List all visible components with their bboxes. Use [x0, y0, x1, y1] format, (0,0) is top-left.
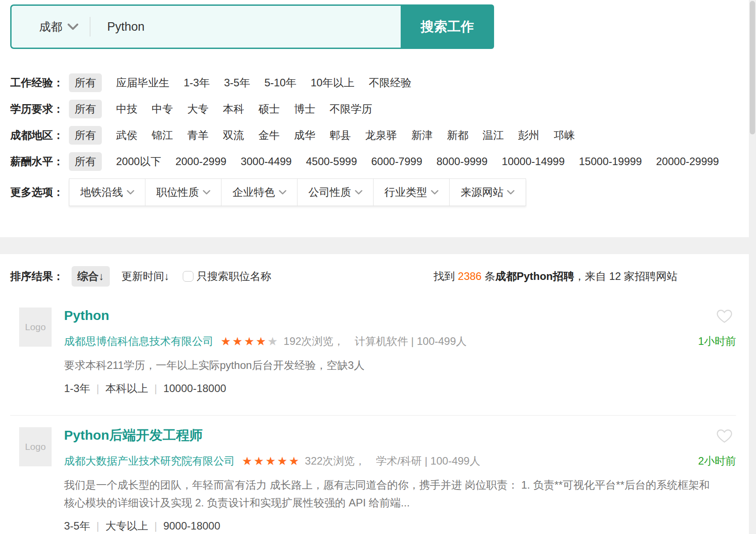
salary-range: 10000-18000 [163, 382, 226, 395]
filter-option[interactable]: 博士 [294, 102, 315, 116]
search-button[interactable]: 搜索工作 [401, 4, 494, 49]
filter-option[interactable]: 8000-9999 [437, 155, 488, 168]
job-title-link[interactable]: Python后端开发工程师 [64, 427, 736, 443]
filter-options: 所有应届毕业生1-3年3-5年5-10年10年以上不限经验 [69, 73, 411, 92]
search-box: 成都 [10, 4, 401, 49]
results-info: 找到 2386 条成都Python招聘，来自 12 家招聘网站 [434, 269, 677, 283]
filter-option[interactable]: 金牛 [258, 128, 280, 142]
favorite-heart-icon[interactable] [716, 308, 732, 324]
checkbox-label: 只搜索职位名称 [197, 269, 271, 283]
filter-option[interactable]: 硕士 [258, 102, 280, 116]
city-selector[interactable]: 成都 [12, 19, 90, 35]
filter-option[interactable]: 4500-5999 [306, 155, 357, 168]
filter-option[interactable]: 中专 [152, 102, 173, 116]
filter-option[interactable]: 应届毕业生 [116, 76, 169, 90]
filter-option[interactable]: 10000-14999 [502, 155, 564, 168]
filter-option[interactable]: 10年以上 [310, 76, 354, 90]
filter-option[interactable]: 所有 [69, 73, 102, 92]
filter-option[interactable]: 彭州 [518, 128, 539, 142]
search-bar: 成都 搜索工作 [10, 4, 494, 49]
dropdown-label: 来源网站 [461, 185, 503, 199]
filter-option[interactable]: 锦江 [152, 128, 173, 142]
sort-label: 排序结果： [10, 269, 64, 283]
filter-label: 学历要求： [10, 102, 69, 116]
dropdown-label: 公司性质 [309, 185, 351, 199]
company-link[interactable]: 成都大数据产业技术研究院有限公司 [64, 454, 235, 468]
chevron-down-icon [507, 190, 515, 195]
filter-option[interactable]: 中技 [116, 102, 137, 116]
filter-option[interactable]: 15000-19999 [579, 155, 642, 168]
filter-dropdown[interactable]: 企业特色 [221, 179, 298, 206]
job-title-link[interactable]: Python [64, 307, 736, 324]
filter-option[interactable]: 新津 [411, 128, 433, 142]
filter-option[interactable]: 1-3年 [184, 76, 210, 90]
salary-range: 9000-18000 [163, 520, 220, 532]
title-only-filter[interactable]: 只搜索职位名称 [183, 269, 271, 283]
job-list: Logo Python 成都思博信科信息技术有限公司 ★★★★★ 192次浏览，… [10, 286, 736, 533]
star-filled-icon: ★ [289, 454, 300, 468]
filter-dropdown[interactable]: 行业类型 [374, 179, 450, 206]
job-description: 我们是一个成长型的团队，年轻而富有活力 成长路上，愿有志同道合的你，携手并进 岗… [64, 476, 713, 512]
favorite-heart-icon[interactable] [716, 428, 732, 443]
star-empty-icon: ★ [267, 335, 279, 348]
filter-option[interactable]: 武侯 [116, 128, 137, 142]
star-filled-icon: ★ [221, 335, 232, 348]
filter-option[interactable]: 郫县 [330, 128, 351, 142]
filter-option[interactable]: 新都 [447, 128, 468, 142]
filter-option[interactable]: 龙泉驿 [365, 128, 397, 142]
education-req: 大专以上 [105, 519, 148, 533]
checkbox-icon[interactable] [183, 271, 193, 282]
filter-option[interactable]: 2000-2999 [175, 155, 226, 168]
company-row: 成都思博信科信息技术有限公司 ★★★★★ 192次浏览， 计算机软件 | 100… [64, 334, 736, 348]
filter-option[interactable]: 所有 [69, 126, 102, 145]
filter-option[interactable]: 邛崃 [554, 128, 575, 142]
filter-option[interactable]: 成华 [294, 128, 315, 142]
filter-option[interactable]: 双流 [223, 128, 244, 142]
filter-option[interactable]: 温江 [483, 128, 504, 142]
more-options-row: 更多选项： 地铁沿线 职位性质 企业特色 公司性质 行业类型 来源网站 [10, 178, 756, 206]
city-label: 成都 [39, 19, 62, 35]
filter-option[interactable]: 20000-29999 [656, 155, 719, 168]
filter-option[interactable]: 本科 [223, 102, 244, 116]
sort-update-time-button[interactable]: 更新时间↓ [121, 269, 169, 283]
filter-option[interactable]: 大专 [187, 102, 209, 116]
sort-comprehensive-button[interactable]: 综合↓ [72, 266, 110, 287]
view-count: 192次浏览， [284, 334, 344, 348]
job-description: 要求本科211学历，一年以上实际python后台开发经验，空缺3人 [64, 356, 713, 374]
filter-option[interactable]: 2000以下 [116, 154, 161, 169]
filter-row: 成都地区： 所有武侯锦江青羊双流金牛成华郫县龙泉驿新津新都温江彭州邛崃 [10, 126, 725, 145]
job-body: Python 成都思博信科信息技术有限公司 ★★★★★ 192次浏览， 计算机软… [64, 307, 736, 396]
filter-dropdown[interactable]: 来源网站 [450, 179, 526, 206]
filter-option[interactable]: 3-5年 [224, 76, 250, 90]
results-count: 2386 [458, 270, 482, 282]
scrollbar-track[interactable] [749, 0, 756, 534]
filter-option[interactable]: 青羊 [187, 128, 209, 142]
company-row: 成都大数据产业技术研究院有限公司 ★★★★★ 322次浏览， 学术/科研 | 1… [64, 454, 736, 468]
company-logo: Logo [19, 307, 52, 347]
filter-option[interactable]: 所有 [69, 152, 102, 171]
filter-option[interactable]: 3000-4499 [241, 155, 292, 168]
star-filled-icon: ★ [256, 335, 267, 348]
search-input[interactable] [90, 20, 401, 34]
chevron-down-icon [203, 190, 210, 195]
scrollbar-thumb[interactable] [750, 1, 755, 134]
results-keyword: 成都Python招聘 [495, 270, 574, 282]
filter-option[interactable]: 不限经验 [369, 76, 411, 90]
star-rating: ★★★★★ [221, 336, 279, 347]
industry-size: 计算机软件 | 100-499人 [355, 334, 467, 348]
filter-option[interactable]: 6000-7999 [371, 155, 422, 168]
posted-time: 1小时前 [698, 334, 736, 348]
experience-req: 1-3年 [64, 381, 90, 396]
filter-option[interactable]: 5-10年 [264, 76, 296, 90]
filter-dropdown[interactable]: 职位性质 [145, 179, 221, 206]
divider: | [154, 520, 157, 532]
filter-dropdown[interactable]: 公司性质 [298, 179, 374, 206]
filter-option[interactable]: 所有 [69, 100, 102, 118]
divider: | [154, 382, 157, 395]
filter-options: 所有中技中专大专本科硕士博士不限学历 [69, 100, 372, 118]
filter-option[interactable]: 不限学历 [330, 102, 372, 116]
company-link[interactable]: 成都思博信科信息技术有限公司 [64, 334, 213, 348]
filter-dropdown[interactable]: 地铁沿线 [69, 179, 145, 206]
filter-label: 成都地区： [10, 128, 69, 142]
section-separator [0, 237, 756, 254]
